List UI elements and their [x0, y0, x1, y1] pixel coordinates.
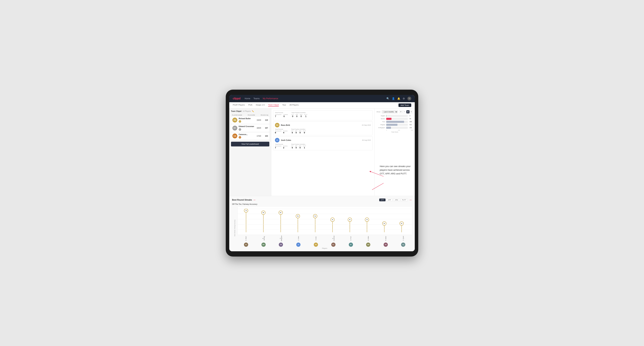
avatar-row: EE BM DB JC RB	[237, 243, 412, 247]
avatar-britt: RB	[314, 243, 318, 247]
show-bar: Show Last 3 months ⊞ ≡ ▦ ⊟	[376, 110, 413, 113]
view-leaderboard-button[interactable]: View Full Leaderboard	[231, 142, 269, 147]
filter-arg[interactable]: ARG	[393, 198, 400, 201]
avatar-crossman: EC	[331, 243, 336, 247]
bar-label-eagles: Eagles	[376, 115, 385, 117]
player-avatar-1: RB	[232, 118, 237, 123]
streak-line-quick	[402, 226, 402, 232]
card-date-1: 02 Sep 2023	[362, 124, 371, 126]
settings-icon[interactable]: ⚙	[403, 97, 405, 100]
player-row[interactable]: RB Richard Butler 1 19/20 110	[231, 117, 269, 124]
streak-bar-butler: 3x	[376, 209, 393, 232]
player-avg-2: 107	[264, 127, 268, 129]
player-card-0: Total Rounds Tournament 7 Practice	[273, 110, 373, 120]
streak-line-miller	[367, 222, 367, 232]
streak-line-ebert	[246, 212, 246, 232]
streak-line-butler	[384, 226, 384, 232]
bar-fill-birdies	[386, 118, 392, 120]
arrow-left-icon: ←	[253, 198, 256, 202]
filter-putt[interactable]: PUTT	[400, 198, 408, 201]
player-name-1: Richard Butler	[239, 118, 256, 120]
sub-nav-hcaps[interactable]: Hcaps 1-5	[256, 104, 264, 107]
grid-view-icon[interactable]: ⊞	[399, 110, 402, 113]
streak-bars: 7x 6x 6x	[238, 209, 410, 233]
name-ford: D. Ford	[350, 236, 352, 241]
avatar-icon[interactable]: U	[408, 97, 411, 100]
sub-nav-all-players[interactable]: All Players	[290, 104, 299, 107]
bar-label-pars: Pars	[376, 121, 385, 123]
y-axis-container: Best Streak, Fairway Accuracy	[232, 207, 237, 249]
nav-my-performance[interactable]: My Performance	[263, 97, 278, 100]
streak-bar-crossman: 4x	[324, 209, 341, 232]
player-row[interactable]: CA Cameron... 3 17/20 103	[231, 133, 269, 140]
show-select[interactable]: Last 3 months	[382, 110, 398, 113]
card-avatar-1: RB	[275, 123, 280, 127]
view-icons: ⊞ ≡ ▦ ⊟	[399, 110, 413, 113]
player-score-3: 17/20	[256, 135, 262, 137]
streak-bar-billingham: 6x	[272, 209, 289, 232]
search-icon[interactable]: 🔍	[386, 97, 390, 100]
chart-view-icon[interactable]: ▦	[406, 110, 410, 113]
bar-container-dbogeys	[386, 127, 408, 129]
putt-label-0: PUTT	[304, 114, 307, 115]
streak-line-crossman	[332, 222, 333, 232]
ott-label-0: OTT	[292, 114, 294, 115]
avatar-ebert: EE	[244, 243, 248, 247]
sub-nav-pga[interactable]: PGA	[248, 104, 252, 107]
avatar-butler: RB	[384, 243, 388, 247]
total-rounds-label-0: Total Rounds	[275, 112, 288, 113]
streak-bubble-miller: 4x	[365, 218, 369, 222]
bar-row-dbogeys: D.Bogeys+ 131	[376, 127, 413, 129]
bar-fill-bogeys	[386, 124, 398, 126]
putt-val-0: 1	[304, 115, 307, 118]
name-coles: J. Coles	[298, 236, 299, 241]
streak-line-coles	[298, 218, 298, 232]
profile-icon[interactable]: 👤	[392, 97, 395, 100]
list-view-icon[interactable]: ≡	[403, 110, 406, 113]
bar-container-eagles	[386, 115, 408, 117]
avatar-billingham: DB	[279, 243, 283, 247]
filter-ott[interactable]: OTT	[379, 198, 386, 201]
show-label: Show	[376, 111, 380, 113]
bar-row-pars: Pars 499	[376, 121, 413, 123]
streak-line-britt	[315, 218, 315, 232]
streak-bar-ebert: 7x	[238, 209, 255, 232]
axis-200: 200	[398, 130, 400, 131]
player-info-2: Edward Crossman 2	[239, 126, 256, 131]
bar-fill-dbogeys	[386, 127, 391, 129]
practice-val-0: 6	[284, 115, 288, 118]
sub-nav-tour[interactable]: Tour	[282, 104, 286, 107]
nav-links: Home Teams My Performance	[245, 97, 278, 100]
streak-bubble-coles: 5x	[296, 214, 300, 218]
sub-nav-team-clippd[interactable]: Team Clippd	[268, 104, 279, 107]
bell-icon[interactable]: 🔔	[397, 97, 400, 100]
middle-panel: Total Rounds Tournament 7 Practice	[271, 109, 374, 196]
streak-bar-miller: 4x	[358, 209, 376, 232]
bar-container-birdies	[386, 118, 408, 120]
player-avatar-2: EC	[232, 126, 237, 131]
bar-value-bogeys: 311	[410, 124, 413, 126]
nav-teams[interactable]: Teams	[254, 97, 260, 100]
app-label-0: APP	[296, 114, 298, 115]
player-avatar-3: CA	[232, 134, 237, 138]
arrow-right-icon: →	[409, 198, 412, 202]
player-score-1: 19/20	[256, 119, 262, 121]
main-content: Team Clippd 14 Players ✏️ PLAYER NAME PB…	[229, 109, 415, 196]
add-team-button[interactable]: Add Team	[398, 103, 411, 107]
chart-title: Total Shots	[376, 131, 413, 133]
streak-bar-britt: 5x	[306, 209, 324, 232]
card-name-2: Josh Coles	[281, 139, 362, 141]
bar-fill-eagles	[386, 115, 386, 117]
chart-axis: 0 200 400	[376, 130, 413, 131]
nav-home[interactable]: Home	[245, 97, 250, 100]
rank-badge-1: 1	[239, 120, 241, 123]
bar-fill-pars	[386, 121, 404, 123]
player-info-3: Cameron... 3	[239, 134, 256, 139]
card-header-1: RB Rees Britt 02 Sep 2023	[275, 123, 371, 127]
sub-nav-pgat[interactable]: PGAT Players	[233, 104, 245, 107]
filter-app[interactable]: APP	[386, 198, 392, 201]
table-view-icon[interactable]: ⊟	[410, 110, 413, 113]
avatar-miller: MM	[366, 243, 370, 247]
team-header: Team Clippd 14 Players ✏️	[231, 110, 269, 112]
player-row[interactable]: EC Edward Crossman 2 18/20 107	[231, 124, 269, 132]
